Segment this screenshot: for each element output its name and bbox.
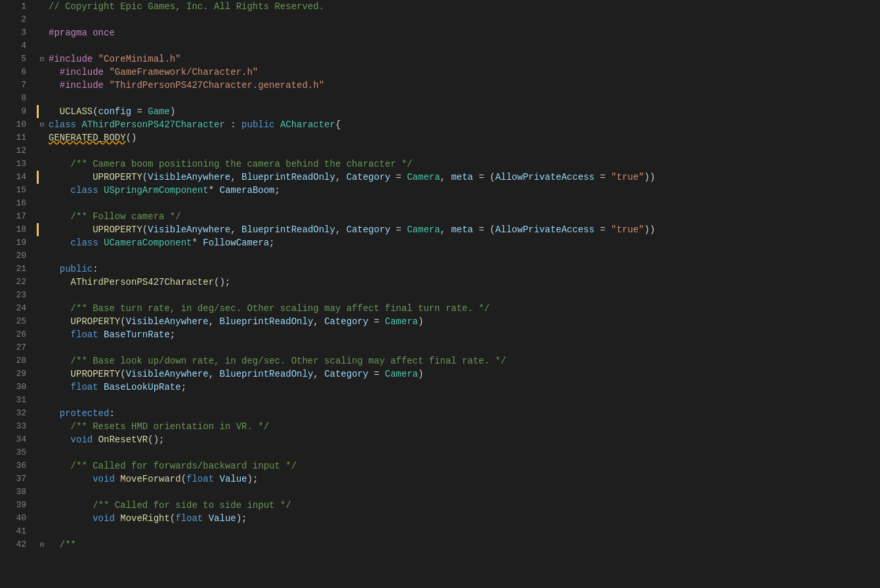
collapse-minus-icon[interactable]: ⊟ (37, 54, 47, 64)
token-param: BlueprintReadOnly (241, 223, 335, 236)
code-line (37, 486, 880, 499)
token-text: { (335, 118, 341, 131)
code-line: class USpringArmComponent* CameraBoom; (37, 184, 880, 197)
token-text: , (209, 315, 220, 328)
token-text: * (209, 184, 220, 197)
line-number: 32 (8, 407, 26, 420)
token-property: CameraBoom (219, 184, 274, 197)
yellow-indicator-bar (37, 223, 39, 236)
token-text (98, 328, 104, 341)
code-line: UPROPERTY(VisibleAnywhere, BlueprintRead… (37, 315, 880, 328)
token-text (49, 158, 71, 171)
token-function: MoveRight (120, 512, 170, 525)
token-keyword: float (175, 512, 203, 525)
code-line: /** Camera boom positioning the camera b… (37, 158, 880, 171)
token-function: GENERATED_BODY (49, 131, 126, 144)
token-function: UPROPERTY (71, 315, 121, 328)
token-comment: /** Called for forwards/backward input *… (71, 459, 297, 472)
token-text: = (368, 315, 385, 328)
token-type: Game (148, 105, 170, 118)
line-number: 38 (8, 486, 26, 499)
token-text (49, 381, 71, 394)
line-number: 41 (8, 525, 26, 538)
token-param: Category (324, 368, 368, 381)
token-text (93, 433, 98, 446)
line-number: 26 (8, 328, 26, 341)
code-line (37, 289, 880, 302)
token-text: = (595, 171, 611, 184)
collapse-minus-icon[interactable]: ⊟ (37, 539, 47, 550)
token-class-name: ACharacter (280, 118, 335, 131)
token-text: , (335, 223, 346, 236)
collapse-minus-icon[interactable]: ⊟ (37, 119, 47, 130)
code-line: protected: (37, 407, 880, 420)
token-include-kw: #include (49, 79, 104, 92)
code-area[interactable]: // Copyright Epic Games, Inc. All Rights… (31, 0, 880, 588)
token-text (49, 210, 71, 223)
line-number: 13 (8, 158, 26, 171)
token-param: config (98, 105, 131, 118)
token-text: = (390, 171, 407, 184)
token-text (76, 118, 81, 131)
token-text: ( (93, 105, 98, 118)
token-text: ; (269, 236, 274, 249)
code-line: void OnResetVR(); (37, 433, 880, 446)
token-text (49, 328, 71, 341)
token-text (104, 79, 109, 92)
code-line: /** Called for side to side input */ (37, 499, 880, 512)
token-text (49, 472, 93, 486)
token-text: (); (148, 433, 164, 446)
line-number: 20 (8, 249, 26, 262)
line-number: 36 (8, 459, 26, 472)
token-keyword: class (71, 236, 98, 249)
token-text: : (93, 262, 98, 276)
code-line (37, 525, 880, 538)
token-text: )) (644, 223, 656, 236)
code-line: void MoveRight(float Value); (37, 512, 880, 525)
token-text: ( (142, 171, 148, 184)
token-text: , (313, 368, 324, 381)
line-number: 29 (8, 368, 26, 381)
token-function: OnResetVR (98, 433, 148, 446)
token-text: , (230, 171, 241, 184)
line-number: 6 (8, 66, 26, 79)
token-text (49, 538, 60, 551)
token-param: Value (209, 512, 236, 525)
line-number: 39 (8, 499, 26, 512)
token-text (49, 105, 60, 118)
token-comment: /** Resets HMD orientation in VR. */ (71, 420, 269, 433)
token-text (104, 66, 109, 79)
line-number: 30 (8, 381, 26, 394)
line-number: 34 (8, 433, 26, 446)
code-line: ⊟class AThirdPersonPS427Character : publ… (37, 118, 880, 131)
token-function: MoveForward (120, 472, 180, 486)
token-text (49, 223, 93, 236)
token-function: UCLASS (60, 105, 93, 118)
token-keyword: public (241, 118, 274, 131)
token-text (275, 118, 280, 131)
line-number: 5 (8, 52, 26, 66)
code-line: class UCameraComponent* FollowCamera; (37, 236, 880, 249)
line-number: 33 (8, 420, 26, 433)
token-type: Camera (407, 171, 440, 184)
token-keyword: void (93, 472, 115, 486)
code-line (37, 341, 880, 354)
code-line: GENERATED_BODY() (37, 131, 880, 144)
token-text: ) (170, 105, 175, 118)
token-param: meta (451, 223, 473, 236)
code-line (37, 446, 880, 459)
token-comment: // Copyright Epic Games, Inc. All Rights… (49, 0, 324, 13)
code-line (37, 144, 880, 158)
token-text (98, 236, 104, 249)
token-text (49, 184, 71, 197)
line-number: 21 (8, 262, 26, 276)
code-line: /** Follow camera */ (37, 210, 880, 223)
token-keyword: float (71, 381, 98, 394)
line-number: 7 (8, 79, 26, 92)
token-text: : (109, 407, 114, 420)
line-number: 22 (8, 276, 26, 289)
token-text: (); (214, 276, 230, 289)
token-function: UPROPERTY (71, 368, 121, 381)
token-param: BlueprintReadOnly (219, 368, 313, 381)
token-param: BlueprintReadOnly (241, 171, 335, 184)
